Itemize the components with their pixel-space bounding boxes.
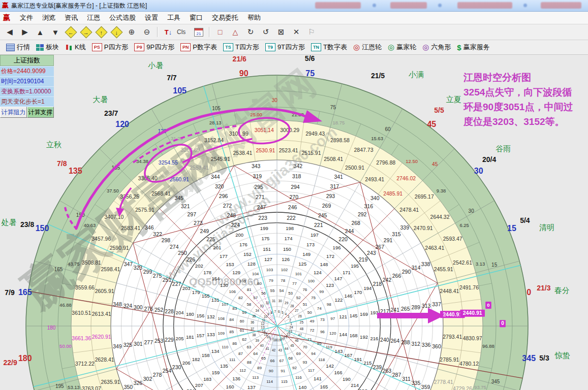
tool-zoom-out-button[interactable]: ⊖	[140, 25, 154, 39]
svg-text:22/9: 22/9	[4, 359, 17, 367]
tool-nav-right-button[interactable]: ▶	[18, 25, 32, 39]
svg-text:72: 72	[310, 328, 314, 333]
svg-text:12.50: 12.50	[406, 158, 418, 164]
svg-text:347: 347	[124, 261, 133, 267]
tool-nav-left-button[interactable]: ◀	[3, 25, 17, 39]
tool-calendar-button[interactable]: 21	[192, 25, 206, 39]
menu-item-0[interactable]: 文件	[15, 13, 38, 22]
view-江恩轮-button[interactable]: ◎江恩轮	[353, 43, 382, 52]
svg-text:136: 136	[232, 376, 240, 381]
svg-text:166: 166	[334, 370, 343, 375]
menu-item-9[interactable]: 帮助	[243, 13, 265, 22]
tool-pan-down-button[interactable]: ↓	[109, 25, 123, 39]
tool-t-down-button[interactable]: T↓	[161, 25, 175, 39]
calc-support-button[interactable]: 计算支撑	[27, 107, 54, 118]
menu-item-1[interactable]: 浏览	[38, 13, 60, 22]
menu-item-3[interactable]: 江恩	[82, 13, 105, 22]
svg-text:1: 1	[290, 322, 292, 326]
tool-maximize-tool-button[interactable]: ⊠	[274, 25, 288, 39]
svg-text:146: 146	[344, 293, 352, 299]
view-T四方形-button[interactable]: TST四方形	[223, 43, 259, 52]
svg-text:28: 28	[290, 304, 294, 308]
svg-text:2440.91: 2440.91	[443, 311, 462, 317]
svg-text:2485.91: 2485.91	[383, 190, 403, 197]
view-label: 赢家服务	[463, 43, 490, 52]
svg-text:2545.91: 2545.91	[211, 156, 230, 162]
tool-crosshair-tool-button[interactable]: ✕	[289, 25, 303, 39]
svg-text:315: 315	[392, 231, 401, 237]
svg-text:2949.43: 2949.43	[305, 131, 325, 137]
view-P数字表-button[interactable]: PNP数字表	[180, 43, 217, 52]
svg-text:349: 349	[113, 343, 122, 349]
view-9P四方形-button[interactable]: P99P四方形	[134, 43, 174, 52]
svg-text:75: 75	[330, 105, 336, 110]
svg-text:165: 165	[18, 288, 32, 297]
svg-text:301: 301	[134, 341, 143, 347]
svg-text:316: 316	[364, 203, 373, 209]
view-六角形-button[interactable]: ◎六角形	[422, 43, 451, 52]
titlebar-artifact	[438, 4, 442, 7]
svg-text:45: 45	[432, 161, 438, 167]
tool-rotate-ccw-button[interactable]: ↺	[259, 25, 273, 39]
svg-text:324: 324	[123, 303, 133, 309]
svg-text:2590.91: 2590.91	[110, 245, 129, 251]
view-label: P四方形	[104, 43, 129, 52]
menu-item-4[interactable]: 公式选股	[105, 13, 140, 22]
svg-text:195: 195	[55, 383, 64, 389]
svg-text:292: 292	[358, 211, 367, 217]
view-T数字表-button[interactable]: TNT数字表	[311, 43, 347, 52]
svg-text:180: 180	[18, 354, 32, 363]
svg-text:42: 42	[272, 348, 276, 352]
svg-text:179: 179	[192, 289, 200, 295]
svg-text:85: 85	[229, 330, 234, 334]
tool-flag-tool-button[interactable]: ⚐	[304, 25, 319, 39]
view-行情-button[interactable]: 行情	[6, 43, 30, 52]
svg-text:48: 48	[300, 327, 304, 331]
svg-text:323: 323	[134, 265, 143, 271]
svg-text:156: 156	[196, 313, 204, 318]
tool-rotate-cw-button[interactable]: ↻	[243, 25, 258, 39]
svg-text:168: 168	[350, 333, 358, 338]
tool-rect-tool-button[interactable]: □	[213, 25, 227, 39]
menu-item-8[interactable]: 交易委托	[207, 13, 243, 22]
menu-item-6[interactable]: 工具	[163, 13, 185, 22]
svg-text:135: 135	[69, 167, 82, 175]
svg-text:313: 313	[422, 303, 431, 309]
view-板块-button[interactable]: 板块	[36, 43, 59, 52]
menu-item-5[interactable]: 设置	[140, 13, 163, 22]
svg-text:2523.41: 2523.41	[279, 147, 298, 153]
view-K线-button[interactable]: K线	[65, 43, 86, 52]
tool-nav-down-button[interactable]: ▼	[48, 25, 63, 39]
svg-text:60: 60	[240, 319, 244, 323]
svg-text:132: 132	[207, 314, 215, 319]
tool-pan-up-button[interactable]: ↑	[94, 25, 108, 39]
svg-text:65: 65	[261, 356, 266, 361]
svg-text:55: 55	[270, 288, 274, 293]
view-P四方形-button[interactable]: PSP四方形	[92, 43, 129, 52]
menu-item-7[interactable]: 窗口	[185, 13, 207, 22]
view-赢家服务-button[interactable]: $赢家服务	[457, 43, 489, 52]
svg-text:90: 90	[269, 369, 273, 373]
svg-text:196: 196	[333, 245, 341, 250]
svg-text:23/7: 23/7	[104, 109, 118, 117]
svg-text:252: 252	[154, 307, 164, 313]
svg-text:239: 239	[373, 364, 382, 370]
view-赢家轮-button[interactable]: ◎赢家轮	[388, 43, 416, 52]
svg-text:124: 124	[314, 270, 322, 275]
menu-item-2[interactable]: 资讯	[60, 13, 82, 22]
tool-pan-left-button[interactable]: ←	[64, 25, 78, 39]
svg-text:52: 52	[296, 296, 301, 300]
svg-text:29: 29	[285, 301, 289, 305]
svg-text:337: 337	[432, 301, 441, 307]
svg-text:253: 253	[154, 338, 164, 344]
tool-pan-right-button[interactable]: →	[79, 25, 93, 39]
svg-text:26: 26	[298, 314, 302, 318]
svg-text:98: 98	[327, 302, 331, 307]
tool-triangle-tool-button[interactable]: △	[228, 25, 242, 39]
view-9T四方形-button[interactable]: T99T四方形	[265, 43, 305, 52]
calc-resistance-button[interactable]: 计算阻力	[0, 107, 27, 118]
chart-area: 赢家财富网赢家财富网www.yingjia360.comwww.yingjia3…	[0, 55, 588, 390]
tool-cls-button[interactable]: Cls	[176, 25, 191, 39]
tool-nav-up-button[interactable]: ▲	[33, 25, 47, 39]
tool-zoom-in-button[interactable]: ⊕	[125, 25, 139, 39]
